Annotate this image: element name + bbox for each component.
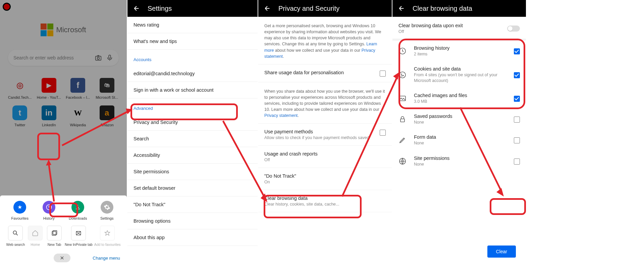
section-advanced: Advanced: [127, 98, 258, 114]
svg-point-1: [97, 57, 99, 59]
action-add-favourite: Add to favourites: [94, 226, 121, 247]
settings-do-not-track[interactable]: "Do Not Track": [127, 196, 258, 213]
cbd-cookies[interactable]: Cookies and site dataFrom 4 sites (you w…: [392, 61, 526, 88]
svg-rect-2: [109, 55, 111, 58]
search-input[interactable]: Search or enter web address: [8, 50, 119, 66]
cbd-permissions-checkbox[interactable]: [514, 159, 520, 165]
cbd-browsing-history[interactable]: Browsing history2 items: [392, 41, 526, 61]
inprivate-icon: [71, 226, 86, 240]
tile-facebook[interactable]: fFacebook – l...: [65, 78, 91, 99]
settings-search[interactable]: Search: [127, 131, 258, 147]
section-accounts: Accounts: [127, 50, 258, 65]
privacy-panel: Privacy and Security Get a more personal…: [258, 0, 392, 267]
settings-accessibility[interactable]: Accessibility: [127, 147, 258, 164]
lock-icon: [398, 115, 408, 123]
change-menu-link[interactable]: Change menu: [93, 256, 120, 261]
menu-favourites[interactable]: ★ Favourites: [9, 201, 31, 220]
privacy-info-2: When you share data about how you use th…: [258, 82, 392, 124]
search-icon: [8, 226, 23, 240]
tile-twitter[interactable]: tTwitter: [7, 105, 33, 127]
cbd-cookies-checkbox[interactable]: [514, 72, 520, 78]
cbd-passwords[interactable]: Saved passwordsNone: [392, 109, 526, 130]
clear-button[interactable]: Clear: [487, 246, 516, 258]
tile-candid[interactable]: ◎Candid.Tech...: [7, 78, 33, 99]
settings-work-account[interactable]: Sign in with a work or school account: [127, 82, 258, 98]
settings-browsing-options[interactable]: Browsing options: [127, 213, 258, 229]
svg-point-10: [401, 74, 402, 75]
gear-icon: [101, 201, 113, 214]
action-new-inprivate[interactable]: New InPrivate tab: [65, 226, 93, 247]
tile-wikipedia[interactable]: WWikipedia: [65, 105, 91, 127]
action-home: Home: [26, 226, 44, 247]
svg-rect-14: [400, 119, 405, 122]
record-indicator: [3, 3, 11, 11]
settings-panel: Settings News rating What's new and tips…: [127, 0, 258, 267]
tile-youtube[interactable]: ▶Home - YouT...: [36, 78, 62, 99]
close-icon: [60, 256, 64, 260]
payment-methods-row[interactable]: Use payment methodsAllow sites to check …: [258, 123, 392, 146]
cbd-form-data[interactable]: Form dataNone: [392, 130, 526, 150]
settings-privacy-security[interactable]: Privacy and Security: [127, 114, 258, 131]
image-icon: [398, 94, 408, 102]
settings-news-rating[interactable]: News rating: [127, 17, 258, 33]
usage-reports-row[interactable]: Usage and crash reportsOff: [258, 146, 392, 168]
speed-dial-tiles: ◎Candid.Tech... ▶Home - YouT... fFaceboo…: [0, 66, 127, 130]
payment-methods-checkbox[interactable]: [380, 130, 386, 136]
action-web-search[interactable]: Web search: [6, 226, 25, 247]
svg-rect-0: [96, 56, 101, 60]
menu-history[interactable]: History: [38, 201, 60, 220]
clear-browsing-data-row[interactable]: Clear browsing dataClear history, cookie…: [258, 190, 392, 212]
back-icon[interactable]: [264, 5, 271, 12]
do-not-track-row[interactable]: "Do Not Track"On: [258, 168, 392, 190]
star-outline-icon: [100, 226, 115, 240]
settings-default-browser[interactable]: Set default browser: [127, 180, 258, 196]
cookie-icon: [398, 71, 408, 79]
history-icon: [43, 201, 55, 214]
share-usage-checkbox[interactable]: [380, 71, 386, 77]
clear-data-header: Clear browsing data: [392, 0, 526, 17]
cbd-cached[interactable]: Cached images and files3.0 MB: [392, 88, 526, 109]
share-usage-row[interactable]: Share usage data for personalisation: [258, 64, 392, 82]
clear-on-exit-toggle[interactable]: [507, 26, 520, 32]
menu-downloads[interactable]: Downloads: [67, 201, 89, 220]
new-tab-icon: [47, 226, 62, 240]
star-icon: ★: [13, 201, 26, 214]
settings-site-permissions[interactable]: Site permissions: [127, 164, 258, 180]
svg-rect-5: [52, 231, 56, 235]
pencil-icon: [398, 136, 408, 144]
back-icon[interactable]: [133, 5, 140, 12]
cbd-form-checkbox[interactable]: [514, 137, 520, 143]
settings-whats-new[interactable]: What's new and tips: [127, 33, 258, 50]
history-icon: [398, 47, 408, 55]
download-icon: [71, 201, 84, 214]
back-icon[interactable]: [398, 5, 405, 12]
tile-amazon[interactable]: aAmazon: [94, 105, 120, 127]
camera-icon[interactable]: [95, 54, 102, 61]
svg-point-9: [399, 72, 406, 78]
menu-settings[interactable]: Settings: [96, 201, 118, 220]
settings-about[interactable]: About this app: [127, 229, 258, 246]
browser-home-panel: Microsoft Search or enter web address ◎C…: [0, 0, 127, 267]
clear-on-exit-row[interactable]: Clear browsing data upon exitOff: [392, 17, 526, 41]
settings-header: Settings: [127, 0, 258, 17]
browser-menu-sheet: ★ Favourites History Downloads Settings: [0, 195, 127, 267]
privacy-header: Privacy and Security: [258, 0, 392, 17]
cbd-passwords-checkbox[interactable]: [514, 117, 520, 123]
tile-linkedin[interactable]: inLinkedIn: [36, 105, 62, 127]
cbd-cache-checkbox[interactable]: [514, 96, 520, 102]
svg-point-4: [13, 231, 17, 234]
mic-icon[interactable]: [106, 54, 113, 61]
microsoft-logo: Microsoft: [0, 24, 127, 36]
clear-data-panel: Clear browsing data Clear browsing data …: [392, 0, 527, 267]
svg-rect-13: [399, 96, 406, 101]
cbd-history-checkbox[interactable]: [514, 48, 520, 54]
privacy-statement-link-2[interactable]: Privacy statement: [264, 113, 298, 118]
action-new-tab[interactable]: New Tab: [46, 226, 63, 247]
svg-point-12: [401, 76, 402, 76]
globe-icon: [398, 157, 408, 165]
settings-account-email[interactable]: editorial@candid.technology: [127, 65, 258, 82]
home-icon: [28, 226, 43, 240]
tile-ms-store[interactable]: 🛍Microsoft St...: [94, 78, 120, 99]
close-menu-button[interactable]: [54, 254, 70, 262]
cbd-site-permissions[interactable]: Site permissionsNone: [392, 151, 526, 172]
